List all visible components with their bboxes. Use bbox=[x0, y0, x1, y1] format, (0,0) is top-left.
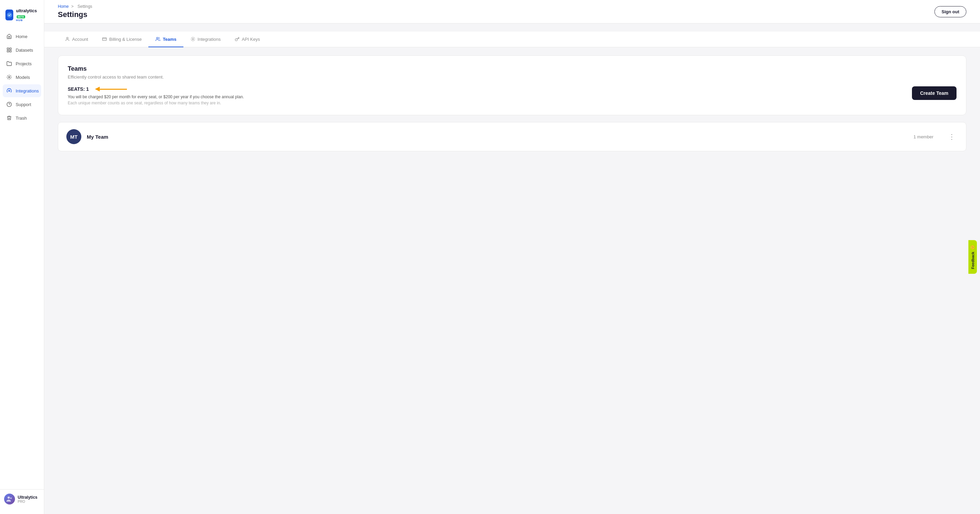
logo-text: ultralytics BETA HUB bbox=[16, 8, 38, 22]
team-list: MT My Team 1 member ⋮ bbox=[58, 122, 966, 151]
sidebar-item-support[interactable]: Support bbox=[3, 98, 41, 111]
feedback-button[interactable]: Feedback 🙂 bbox=[969, 240, 977, 274]
feedback-emoji: 🙂 bbox=[970, 245, 975, 250]
svg-point-0 bbox=[7, 13, 12, 17]
user-plan: PRO bbox=[18, 500, 37, 503]
svg-point-10 bbox=[67, 37, 68, 39]
tab-billing-label: Billing & License bbox=[109, 37, 142, 42]
svg-rect-1 bbox=[7, 48, 9, 50]
seats-label: SEATS: 1 bbox=[68, 86, 912, 92]
sidebar-item-projects[interactable]: Projects bbox=[3, 57, 41, 70]
sidebar-item-datasets[interactable]: Datasets bbox=[3, 43, 41, 56]
seats-text: SEATS: 1 bbox=[68, 86, 89, 92]
sidebar-footer: Ultralytics PRO bbox=[0, 489, 44, 509]
support-icon bbox=[6, 101, 12, 108]
sidebar-item-models[interactable]: Models bbox=[3, 71, 41, 84]
tab-account[interactable]: Account bbox=[58, 32, 95, 47]
sign-out-button[interactable]: Sign out bbox=[934, 6, 966, 17]
home-icon bbox=[6, 33, 12, 40]
tab-integrations-label: Integrations bbox=[198, 37, 221, 42]
team-name: My Team bbox=[87, 134, 908, 140]
billing-icon bbox=[102, 36, 107, 42]
tab-integrations[interactable]: Integrations bbox=[183, 32, 228, 47]
sidebar-nav: Home Datasets Projects bbox=[0, 30, 44, 489]
trash-icon bbox=[6, 115, 12, 121]
tab-api-keys-label: API Keys bbox=[242, 37, 260, 42]
sidebar-item-home[interactable]: Home bbox=[3, 30, 41, 43]
logo-icon bbox=[5, 10, 13, 21]
avatar bbox=[4, 493, 15, 504]
brand-name: ultralytics BETA bbox=[16, 8, 38, 19]
page-title: Settings bbox=[58, 10, 94, 19]
tab-integrations-icon bbox=[190, 36, 196, 42]
logo: ultralytics BETA HUB bbox=[0, 5, 44, 30]
api-keys-icon bbox=[234, 36, 240, 42]
sidebar-item-integrations-label: Integrations bbox=[16, 88, 39, 94]
sidebar-item-models-label: Models bbox=[16, 75, 30, 80]
seats-count: 1 bbox=[86, 86, 89, 92]
breadcrumb-separator: > bbox=[71, 4, 73, 9]
arrow-line bbox=[100, 89, 127, 90]
sidebar-item-integrations[interactable]: Integrations bbox=[3, 84, 41, 97]
team-row: MT My Team 1 member ⋮ bbox=[58, 122, 966, 151]
sidebar-item-datasets-label: Datasets bbox=[16, 48, 33, 53]
svg-rect-11 bbox=[102, 38, 107, 40]
create-team-button[interactable]: Create Team bbox=[912, 86, 956, 100]
sidebar: ultralytics BETA HUB Home Datasets bbox=[0, 0, 44, 514]
sidebar-item-projects-label: Projects bbox=[16, 61, 32, 66]
breadcrumb: Home > Settings bbox=[58, 4, 94, 9]
main: Home > Settings Settings Sign out Accoun… bbox=[44, 0, 980, 514]
seats-note: Each unique member counts as one seat, r… bbox=[68, 101, 912, 105]
team-more-button[interactable]: ⋮ bbox=[946, 131, 958, 142]
svg-point-5 bbox=[8, 76, 10, 78]
tabs: Account Billing & License bbox=[44, 32, 980, 47]
user-info: Ultralytics PRO bbox=[18, 495, 37, 503]
account-icon bbox=[65, 36, 70, 42]
breadcrumb-home[interactable]: Home bbox=[58, 4, 69, 9]
svg-rect-3 bbox=[10, 51, 11, 52]
team-members-count: 1 member bbox=[913, 134, 933, 140]
tab-teams[interactable]: Teams bbox=[148, 32, 183, 47]
models-icon bbox=[6, 74, 12, 80]
sidebar-item-trash-label: Trash bbox=[16, 116, 27, 121]
sidebar-item-home-label: Home bbox=[16, 34, 27, 39]
teams-icon bbox=[155, 36, 161, 42]
tab-account-label: Account bbox=[72, 37, 88, 42]
projects-icon bbox=[6, 60, 12, 67]
tab-teams-label: Teams bbox=[163, 37, 176, 42]
brand-hub: HUB bbox=[16, 19, 38, 22]
header-left: Home > Settings Settings bbox=[58, 4, 94, 19]
header: Home > Settings Settings Sign out bbox=[44, 0, 980, 24]
content: Account Billing & License bbox=[44, 24, 980, 514]
sidebar-item-support-label: Support bbox=[16, 102, 31, 107]
teams-section-desc: Efficiently control access to shared tea… bbox=[68, 75, 956, 79]
svg-point-13 bbox=[156, 37, 158, 39]
arrow-annotation bbox=[95, 87, 127, 92]
tab-billing[interactable]: Billing & License bbox=[95, 32, 148, 47]
svg-rect-4 bbox=[7, 51, 9, 52]
svg-point-6 bbox=[8, 90, 10, 92]
seats-billing: You will be charged $20 per month for ev… bbox=[68, 95, 912, 99]
more-dots-icon: ⋮ bbox=[948, 133, 955, 141]
tab-api-keys[interactable]: API Keys bbox=[228, 32, 267, 47]
seats-row: SEATS: 1 You will be charged $20 per mon… bbox=[68, 86, 956, 105]
team-avatar: MT bbox=[66, 129, 81, 144]
svg-point-9 bbox=[10, 497, 12, 499]
feedback-label: Feedback bbox=[971, 252, 975, 269]
svg-point-14 bbox=[192, 38, 194, 40]
sidebar-item-trash[interactable]: Trash bbox=[3, 111, 41, 124]
datasets-icon bbox=[6, 47, 12, 53]
breadcrumb-current: Settings bbox=[78, 4, 92, 9]
svg-point-8 bbox=[8, 497, 10, 499]
svg-rect-2 bbox=[10, 48, 11, 50]
teams-section-title: Teams bbox=[68, 65, 956, 72]
seats-info: SEATS: 1 You will be charged $20 per mon… bbox=[68, 86, 912, 105]
arrow-head bbox=[95, 87, 100, 92]
teams-section-card: Teams Efficiently control access to shar… bbox=[58, 56, 966, 115]
user-name: Ultralytics bbox=[18, 495, 37, 500]
integrations-icon bbox=[6, 88, 12, 94]
